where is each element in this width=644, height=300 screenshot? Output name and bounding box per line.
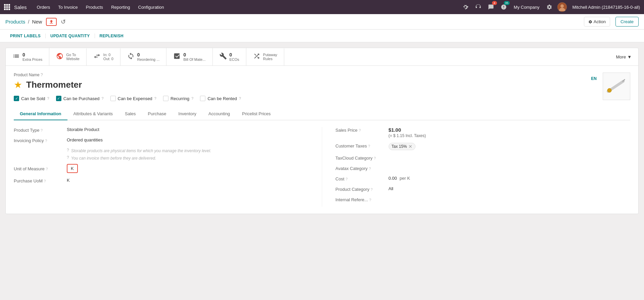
svg-rect-1 xyxy=(6,4,8,6)
putaway-rules-button[interactable]: Putaway Rules xyxy=(246,48,284,66)
tax-badge-label: Tax 15% xyxy=(392,144,407,149)
can-be-rented-checkbox[interactable]: Can be Rented ? xyxy=(200,96,241,101)
svg-rect-5 xyxy=(8,6,10,8)
language-badge[interactable]: EN xyxy=(591,76,597,81)
invoicing-policy-help[interactable]: ? xyxy=(45,139,47,143)
can-be-sold-help[interactable]: ? xyxy=(47,96,49,100)
create-button[interactable]: Create xyxy=(615,17,639,27)
apps-grid-icon[interactable] xyxy=(4,4,10,10)
upload-button[interactable] xyxy=(46,18,57,26)
cost-help[interactable]: ? xyxy=(346,177,348,181)
bom-icon xyxy=(173,52,181,61)
bug-icon[interactable] xyxy=(461,2,470,12)
can-be-sold-checkbox[interactable]: ✓ Can be Sold ? xyxy=(14,96,49,101)
chevron-down-icon: ▼ xyxy=(627,54,632,59)
star-icon[interactable]: ★ xyxy=(14,79,22,90)
breadcrumb-parent[interactable]: Products xyxy=(5,19,25,25)
can-be-purchased-help[interactable]: ? xyxy=(101,96,103,100)
product-type-value[interactable]: Storable Product xyxy=(67,127,99,132)
product-name-input[interactable] xyxy=(26,80,630,90)
go-to-website-button[interactable]: Go To Website xyxy=(49,48,87,66)
unit-of-measure-help[interactable]: ? xyxy=(46,167,48,171)
ecos-label: ECOs xyxy=(230,57,239,61)
customer-taxes-help[interactable]: ? xyxy=(368,144,370,148)
can-be-rented-unchecked xyxy=(200,96,205,101)
product-name-help-icon[interactable]: ? xyxy=(41,73,43,77)
putaway-rules-label: Putaway xyxy=(263,53,277,57)
reordering-button[interactable]: 0 Reordering ... xyxy=(120,48,167,66)
refresh-icon[interactable]: ↺ xyxy=(61,18,66,26)
cost-value[interactable]: 0.00 xyxy=(389,176,397,181)
transfers-out: Out: 0 xyxy=(103,57,113,61)
avatax-category-label: Avatax Category xyxy=(336,166,368,171)
action-button[interactable]: Action xyxy=(584,17,610,27)
incl-taxes: (= $ 1.15 Incl. Taxes) xyxy=(389,133,426,138)
purchase-uom-help[interactable]: ? xyxy=(44,179,46,183)
nav-configuration[interactable]: Configuration xyxy=(135,3,167,11)
svg-rect-0 xyxy=(4,4,6,6)
unit-of-measure-value-container[interactable]: K xyxy=(67,164,78,173)
activity-icon[interactable]: 35 xyxy=(499,2,508,12)
cost-row: Cost ? 0.00 per K xyxy=(336,176,631,181)
tab-sales[interactable]: Sales xyxy=(119,108,142,120)
can-be-expensed-checkbox[interactable]: Can be Expensed ? xyxy=(110,96,156,101)
extra-prices-button[interactable]: 0 Extra Prices xyxy=(6,48,49,66)
can-be-expensed-help[interactable]: ? xyxy=(154,96,156,100)
sub-action-bar: PRINT LABELS UPDATE QUANTITY REPLENISH xyxy=(0,30,644,42)
extra-prices-count: 0 xyxy=(22,52,42,57)
can-be-rented-help[interactable]: ? xyxy=(239,96,241,100)
avatar[interactable] xyxy=(557,2,567,12)
tax-badge[interactable]: Tax 15% ✕ xyxy=(389,143,415,150)
can-be-purchased-checkbox[interactable]: ✓ Can be Purchased ? xyxy=(56,96,104,101)
ecos-count: 0 xyxy=(230,52,239,57)
product-category-value[interactable]: All xyxy=(389,186,393,191)
can-be-expensed-unchecked xyxy=(110,96,116,101)
product-category-label: Product Category xyxy=(336,187,369,192)
sales-price-help[interactable]: ? xyxy=(359,128,361,132)
product-type-help[interactable]: ? xyxy=(41,128,43,132)
breadcrumb-bar: Products / New ↺ Action Create xyxy=(0,14,644,30)
sales-price-value[interactable]: $1.00 xyxy=(389,127,426,133)
go-to-website-line2: Website xyxy=(66,57,80,61)
product-category-help[interactable]: ? xyxy=(370,187,373,191)
tab-attributes-variants[interactable]: Attributes & Variants xyxy=(67,108,119,120)
print-labels-link[interactable]: PRINT LABELS xyxy=(5,34,45,38)
bom-button[interactable]: 0 Bill Of Mate... xyxy=(166,48,212,66)
recurring-checkbox[interactable]: Recurring ? xyxy=(163,96,193,101)
chat-icon[interactable]: 4 xyxy=(486,2,496,12)
internal-reference-help[interactable]: ? xyxy=(369,198,371,202)
tab-accounting[interactable]: Accounting xyxy=(202,108,236,120)
purchase-uom-row: Purchase UoM ? K xyxy=(14,178,308,183)
tax-remove-icon[interactable]: ✕ xyxy=(408,144,412,149)
reordering-count: 0 xyxy=(137,52,160,57)
recurring-help[interactable]: ? xyxy=(191,96,193,100)
list-icon xyxy=(12,52,20,61)
invoicing-policy-row: Invoicing Policy ? Ordered quantities xyxy=(14,137,308,143)
product-image[interactable] xyxy=(603,73,630,100)
taxcloud-category-help[interactable]: ? xyxy=(374,156,376,160)
invoicing-policy-value[interactable]: Ordered quantities xyxy=(67,137,103,142)
more-button[interactable]: More ▼ xyxy=(609,50,639,63)
customer-taxes-label: Customer Taxes xyxy=(336,143,367,148)
company-name: My Company xyxy=(514,5,540,10)
tab-general-information[interactable]: General Information xyxy=(14,108,67,120)
tab-purchase[interactable]: Purchase xyxy=(142,108,172,120)
invoice-help-icon[interactable]: ? xyxy=(67,155,69,160)
purchase-uom-value[interactable]: K xyxy=(67,178,70,183)
settings-icon[interactable] xyxy=(545,2,554,12)
ecos-button[interactable]: 0 ECOs xyxy=(213,48,246,66)
update-quantity-link[interactable]: UPDATE QUANTITY xyxy=(45,34,95,38)
tab-inventory[interactable]: Inventory xyxy=(172,108,202,120)
nav-to-invoice[interactable]: To Invoice xyxy=(55,3,81,11)
nav-reporting[interactable]: Reporting xyxy=(108,3,133,11)
nav-orders[interactable]: Orders xyxy=(34,3,54,11)
transfers-button[interactable]: In: 0 Out: 0 xyxy=(87,48,120,66)
replenish-link[interactable]: REPLENISH xyxy=(95,34,128,38)
nav-products[interactable]: Products xyxy=(83,3,106,11)
tab-pricelist-prices[interactable]: Pricelist Prices xyxy=(236,108,277,120)
svg-point-10 xyxy=(560,4,564,8)
avatax-category-help[interactable]: ? xyxy=(369,167,371,171)
storable-help-icon[interactable]: ? xyxy=(67,148,69,153)
form-right-column: Sales Price ? $1.00 (= $ 1.15 Incl. Taxe… xyxy=(322,127,631,207)
headset-icon[interactable] xyxy=(474,2,483,12)
